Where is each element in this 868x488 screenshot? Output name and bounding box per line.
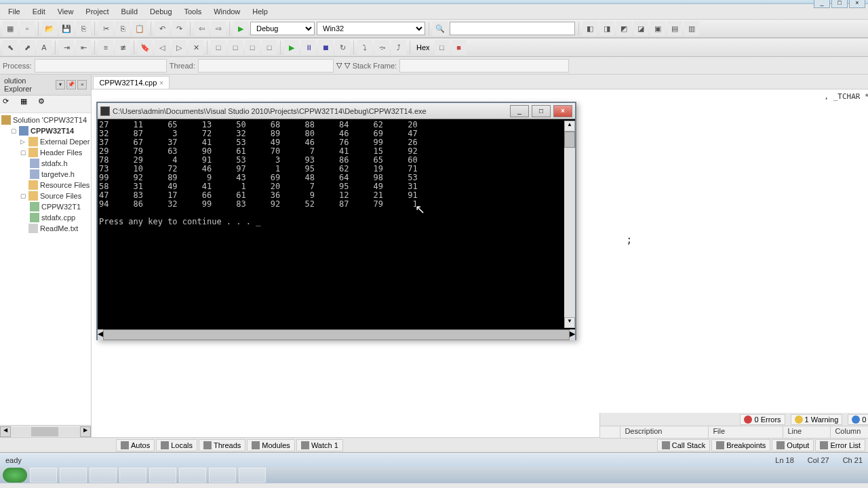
console-title-bar[interactable]: C:\Users\admin\Documents\Visual Studio 2… — [98, 103, 575, 119]
find-icon[interactable]: 🔍 — [433, 21, 448, 36]
tb-end1-icon[interactable]: □ — [435, 40, 450, 55]
taskbar-word[interactable] — [149, 468, 176, 483]
err-col-file[interactable]: File — [709, 426, 783, 438]
taskbar-explorer[interactable] — [60, 468, 87, 483]
taskbar-app2[interactable] — [119, 468, 146, 483]
tab-close-icon[interactable]: × — [159, 79, 163, 87]
tree-external-deps[interactable]: ▷External Deper — [1, 136, 90, 147]
console-window[interactable]: C:\Users\admin\Documents\Visual Studio 2… — [96, 102, 576, 340]
taskbar-app1[interactable] — [90, 468, 117, 483]
panel-pin-icon[interactable]: 📌 — [66, 80, 76, 89]
scroll-up-icon[interactable]: ▲ — [564, 121, 575, 131]
taskbar-ie[interactable] — [30, 468, 57, 483]
warnings-badge[interactable]: 1 Warning — [791, 414, 843, 425]
tb-ext6-icon[interactable]: ▤ — [667, 21, 682, 36]
h-scrollbar[interactable] — [11, 427, 80, 436]
tb-ext7-icon[interactable]: ▥ — [684, 21, 699, 36]
stack-frame-select[interactable] — [399, 59, 569, 73]
step-over-icon[interactable]: ⤼ — [374, 40, 389, 55]
console-close-button[interactable]: × — [553, 105, 572, 117]
tb-extra3-icon[interactable]: □ — [245, 40, 260, 55]
sol-show-all-icon[interactable]: ▦ — [20, 97, 35, 112]
console-maximize-button[interactable]: □ — [532, 105, 551, 117]
step-into-icon[interactable]: ⤵ — [357, 40, 372, 55]
tb-ext4-icon[interactable]: ◪ — [633, 21, 648, 36]
maximize-button[interactable]: □ — [831, 0, 848, 8]
console-h-scrollbar[interactable]: ◀ ▶ — [98, 329, 575, 340]
tree-maincpp[interactable]: CPPW32T1 — [1, 201, 90, 212]
panel-menu-icon[interactable]: ▾ — [56, 80, 65, 89]
menu-window[interactable]: Window — [208, 6, 245, 17]
start-debug-icon[interactable]: ▶ — [233, 21, 248, 36]
outdent-icon[interactable]: ⇤ — [76, 40, 91, 55]
console-v-scrollbar[interactable]: ▲ ▼ — [564, 121, 575, 328]
console-output[interactable]: 27 11 65 13 50 68 88 84 62 20 32 87 3 72… — [99, 121, 564, 328]
tab-threads[interactable]: Threads — [199, 439, 245, 451]
thread-btn1-icon[interactable]: ▽ — [336, 61, 342, 70]
indent-icon[interactable]: ⇥ — [59, 40, 74, 55]
tree-source-files[interactable]: ▢Source Files — [1, 190, 90, 201]
tb-end2-icon[interactable]: ■ — [452, 40, 467, 55]
process-select[interactable] — [35, 59, 167, 73]
uncomment-icon[interactable]: ≢ — [115, 40, 130, 55]
scroll-right-icon[interactable]: ▶ — [80, 426, 91, 437]
err-col-column[interactable]: Column — [831, 426, 868, 438]
tb-ext2-icon[interactable]: ◨ — [599, 21, 614, 36]
menu-edit[interactable]: Edit — [27, 6, 51, 17]
taskbar-app3[interactable] — [179, 468, 206, 483]
stop-icon[interactable]: ⏹ — [318, 40, 333, 55]
platform-select[interactable]: Win32 — [317, 22, 425, 35]
menu-help[interactable]: Help — [247, 6, 273, 17]
text-icon[interactable]: A — [37, 40, 52, 55]
tree-stdafxh[interactable]: stdafx.h — [1, 158, 90, 169]
tab-modules[interactable]: Modules — [247, 439, 295, 451]
save-all-icon[interactable]: ⎘ — [76, 21, 91, 36]
tab-watch1[interactable]: Watch 1 — [296, 439, 343, 451]
err-col-desc[interactable]: Description — [620, 426, 709, 438]
menu-debug[interactable]: Debug — [144, 6, 177, 17]
config-select[interactable]: Debug — [250, 22, 315, 35]
tab-locals[interactable]: Locals — [156, 439, 197, 451]
open-icon[interactable]: 📂 — [42, 21, 57, 36]
pointer-icon[interactable]: ⬉ — [3, 40, 18, 55]
tree-targetver[interactable]: targetve.h — [1, 169, 90, 180]
tb-extra2-icon[interactable]: □ — [228, 40, 243, 55]
find-input[interactable] — [450, 22, 575, 35]
start-button[interactable] — [3, 468, 27, 483]
editor-tab[interactable]: CPPW32T14.cpp × — [93, 76, 170, 89]
new-project-icon[interactable]: ▦ — [3, 21, 18, 36]
sol-sync-icon[interactable]: ⟳ — [3, 97, 18, 112]
menu-build[interactable]: Build — [116, 6, 143, 17]
tb-ext1-icon[interactable]: ◧ — [583, 21, 597, 36]
select-icon[interactable]: ⬈ — [20, 40, 35, 55]
console-minimize-button[interactable]: _ — [510, 105, 529, 117]
scroll-left-icon[interactable]: ◀ — [98, 329, 103, 340]
hex-toggle[interactable]: Hex — [414, 43, 433, 52]
pause-icon[interactable]: ⏸ — [301, 40, 316, 55]
scroll-thumb[interactable] — [564, 131, 575, 148]
navigate-fwd-icon[interactable]: ⇨ — [211, 21, 226, 36]
continue-icon[interactable]: ▶ — [284, 40, 299, 55]
copy-icon[interactable]: ⎘ — [115, 21, 130, 36]
tree-header-files[interactable]: ▢Header Files — [1, 147, 90, 158]
bookmark-icon[interactable]: 🔖 — [138, 40, 153, 55]
thread-select[interactable] — [198, 59, 334, 73]
bookmark-prev-icon[interactable]: ◁ — [155, 40, 170, 55]
tab-autos[interactable]: Autos — [116, 439, 155, 451]
tab-callstack[interactable]: Call Stack — [657, 439, 711, 451]
thread-btn2-icon[interactable]: ▽ — [344, 61, 350, 70]
messages-badge[interactable]: 0 Messages — [848, 414, 868, 425]
save-icon[interactable]: 💾 — [59, 21, 74, 36]
errors-badge[interactable]: 0 Errors — [740, 414, 785, 425]
scroll-right-icon[interactable]: ▶ — [570, 329, 575, 340]
comment-icon[interactable]: ≡ — [98, 40, 113, 55]
tb-extra4-icon[interactable]: □ — [262, 40, 277, 55]
navigate-back-icon[interactable]: ⇦ — [194, 21, 209, 36]
paste-icon[interactable]: 📋 — [132, 21, 147, 36]
scroll-left-icon[interactable]: ◀ — [0, 426, 11, 437]
tb-ext3-icon[interactable]: ◩ — [616, 21, 631, 36]
tab-errorlist[interactable]: Error List — [815, 439, 865, 451]
restart-icon[interactable]: ↻ — [335, 40, 350, 55]
bookmark-next-icon[interactable]: ▷ — [172, 40, 186, 55]
tab-breakpoints[interactable]: Breakpoints — [711, 439, 770, 451]
